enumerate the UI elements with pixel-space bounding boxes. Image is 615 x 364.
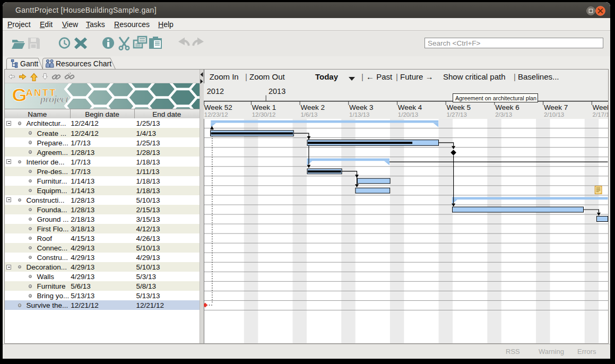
svg-text:2013: 2013 [268, 87, 285, 96]
svg-text:Week 1: Week 1 [252, 103, 276, 111]
svg-text:Week 3: Week 3 [349, 103, 373, 111]
svg-text:1/6/13: 1/6/13 [300, 111, 317, 118]
svg-text:Week 52: Week 52 [204, 103, 232, 111]
svg-text:Week 2: Week 2 [300, 103, 324, 111]
svg-text:Week 8: Week 8 [593, 103, 608, 111]
svg-text:12/23/12: 12/23/12 [204, 111, 228, 118]
svg-text:2/10/13: 2/10/13 [544, 111, 564, 118]
svg-text:2012: 2012 [207, 87, 224, 96]
svg-text:12/30/12: 12/30/12 [252, 111, 276, 118]
svg-text:Resources Chart: Resources Chart [56, 59, 111, 68]
svg-text:G: G [12, 84, 27, 106]
svg-text:project: project [39, 93, 69, 105]
svg-text:2/3/13: 2/3/13 [495, 111, 512, 118]
svg-text:2/17/13: 2/17/13 [593, 111, 608, 118]
svg-text:Week 4: Week 4 [398, 103, 422, 111]
svg-text:Week 6: Week 6 [495, 103, 519, 111]
svg-text:Week 7: Week 7 [544, 103, 568, 111]
svg-text:1/13/13: 1/13/13 [349, 111, 369, 118]
svg-text:Gantt: Gantt [20, 59, 38, 68]
svg-text:1/27/13: 1/27/13 [446, 111, 466, 118]
svg-text:Week 5: Week 5 [446, 103, 470, 111]
svg-text:1/20/13: 1/20/13 [398, 111, 418, 118]
